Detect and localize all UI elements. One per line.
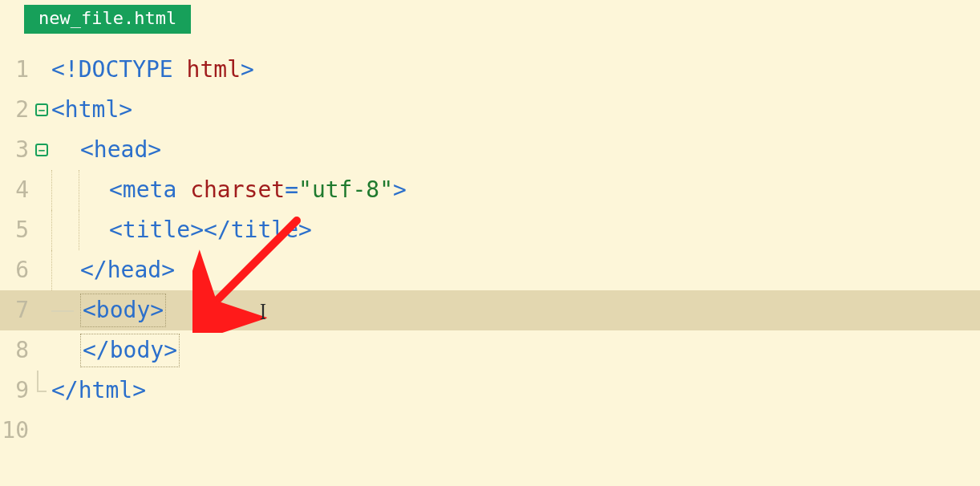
fold-gutter	[32, 290, 51, 330]
punct: >	[393, 176, 407, 203]
code-line-active[interactable]: 7 <body>	[0, 290, 980, 330]
punct: <	[80, 257, 94, 283]
file-tab-label: new_file.html	[38, 8, 176, 28]
punct: >	[298, 217, 312, 243]
indent-guide	[51, 210, 80, 250]
punct: <	[204, 217, 217, 243]
punct: !	[65, 56, 79, 83]
line-number: 2	[0, 90, 32, 130]
code-line[interactable]: 6 </head>	[0, 250, 980, 290]
code-editor[interactable]: 1 <!DOCTYPE html> 2 − <html> 3 − <head> …	[0, 34, 980, 451]
string-token: "utf-8"	[298, 176, 393, 203]
matching-tag-highlight: <body>	[80, 294, 166, 327]
tab-bar: new_file.html	[0, 0, 980, 34]
indent-guide	[51, 290, 80, 330]
punct: >	[132, 377, 146, 403]
punct: /	[94, 257, 107, 283]
indent-guide	[51, 170, 80, 210]
tag-token: title	[231, 217, 298, 243]
punct: <	[109, 217, 123, 243]
line-number: 4	[0, 170, 32, 210]
punct: >	[148, 136, 161, 163]
line-number: 7	[0, 290, 32, 330]
code-line[interactable]: 9 </html>	[0, 371, 980, 411]
code-text[interactable]: <meta charset="utf-8">	[109, 170, 980, 210]
matching-tag-highlight: </body>	[80, 334, 180, 367]
punct: <	[109, 176, 123, 203]
fold-gutter	[32, 210, 51, 250]
code-text[interactable]: <!DOCTYPE html>	[51, 50, 980, 90]
code-line[interactable]: 10	[0, 411, 980, 451]
fold-gutter	[32, 170, 51, 210]
code-text[interactable]: </body>	[80, 330, 980, 371]
punct: =	[285, 176, 298, 203]
line-number: 8	[0, 330, 32, 371]
punct: /	[65, 377, 79, 403]
code-line[interactable]: 5 <title></title>	[0, 210, 980, 250]
line-number: 6	[0, 250, 32, 290]
punct: <	[51, 96, 65, 123]
code-text[interactable]: <head>	[80, 130, 980, 170]
indent-guide	[51, 250, 80, 290]
fold-end-icon	[37, 371, 47, 392]
code-text[interactable]: </html>	[51, 371, 980, 411]
fold-gutter: −	[32, 90, 51, 130]
tag-token: meta	[123, 176, 176, 203]
punct: <	[83, 297, 96, 323]
attr-token: charset	[190, 176, 285, 203]
line-number: 3	[0, 130, 32, 170]
fold-toggle-icon[interactable]: −	[35, 103, 48, 116]
fold-gutter	[32, 250, 51, 290]
fold-gutter	[32, 330, 51, 371]
indent-guide	[51, 130, 80, 170]
code-line[interactable]: 2 − <html>	[0, 90, 980, 130]
code-line[interactable]: 8 </body>	[0, 330, 980, 371]
fold-gutter	[32, 411, 51, 451]
file-tab[interactable]: new_file.html	[24, 5, 191, 34]
fold-gutter: −	[32, 130, 51, 170]
code-line[interactable]: 3 − <head>	[0, 130, 980, 170]
punct: <	[51, 377, 65, 403]
keyword-token: html	[187, 56, 241, 83]
code-text[interactable]: </head>	[80, 250, 980, 290]
punct: >	[161, 257, 175, 283]
punct: >	[190, 217, 204, 243]
fold-gutter	[32, 371, 51, 411]
line-number: 1	[0, 50, 32, 90]
code-text[interactable]: <html>	[51, 90, 980, 130]
indent-guide	[80, 210, 109, 250]
fold-connector-icon	[51, 310, 74, 312]
line-number: 5	[0, 210, 32, 250]
punct: >	[150, 297, 164, 323]
fold-gutter	[32, 50, 51, 90]
doctype-token: DOCTYPE	[79, 56, 173, 83]
code-text[interactable]: <body>	[80, 290, 980, 330]
fold-toggle-icon[interactable]: −	[35, 144, 48, 156]
code-line[interactable]: 1 <!DOCTYPE html>	[0, 50, 980, 90]
punct: /	[217, 217, 231, 243]
tag-token: body	[96, 297, 150, 323]
punct: >	[119, 96, 132, 123]
punct: >	[164, 337, 177, 363]
tag-token: body	[110, 337, 164, 363]
line-number: 10	[0, 411, 32, 451]
tag-token: head	[94, 136, 148, 163]
code-line[interactable]: 4 <meta charset="utf-8">	[0, 170, 980, 210]
tag-token: head	[107, 257, 161, 283]
indent-guide	[80, 170, 109, 210]
punct: <	[51, 56, 65, 83]
tag-token: title	[123, 217, 190, 243]
tag-token: html	[65, 96, 119, 123]
punct: >	[241, 56, 254, 83]
line-number: 9	[0, 371, 32, 411]
punct: /	[96, 337, 110, 363]
indent-guide	[51, 330, 80, 371]
code-text[interactable]	[51, 411, 980, 451]
punct: <	[80, 136, 94, 163]
punct: <	[83, 337, 96, 363]
tag-token: html	[79, 377, 132, 403]
code-text[interactable]: <title></title>	[109, 210, 980, 250]
